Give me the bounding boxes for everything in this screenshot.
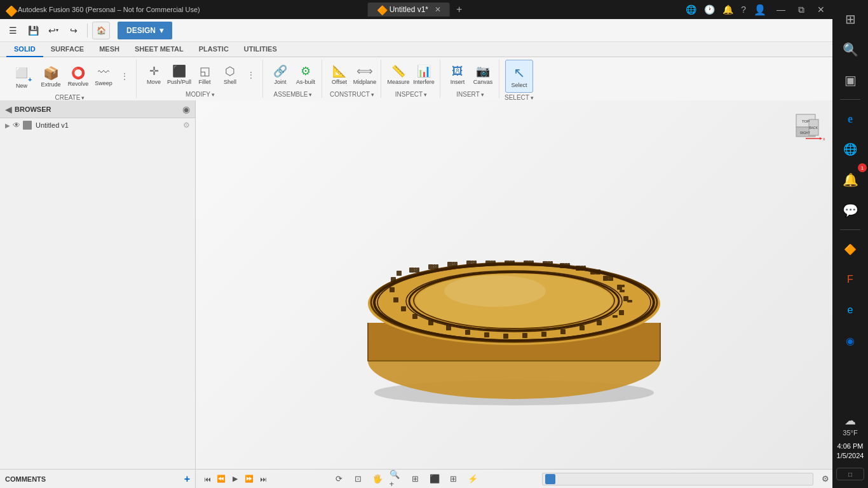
chrome-button[interactable]: 🌐	[836, 135, 864, 163]
tab-surface-label: SURFACE	[51, 45, 85, 53]
inspect-dropdown-icon[interactable]: ▾	[424, 92, 427, 98]
view-gizmo[interactable]: TOP RIGHT BACK x	[787, 108, 825, 146]
save-button[interactable]: 💾	[24, 22, 42, 39]
prev-button[interactable]: ⏪	[215, 473, 227, 485]
pushpull-button[interactable]: ⬛ Push/Pull	[167, 61, 191, 89]
insert-decal-button[interactable]: 🖼 Insert	[445, 61, 470, 89]
svg-rect-59	[619, 310, 624, 315]
sweep-button[interactable]: 〰 Sweep	[92, 62, 116, 90]
interference-button[interactable]: 📊 Interfere	[412, 61, 436, 89]
svg-rect-64	[541, 332, 546, 337]
joint-button[interactable]: 🔗 Joint	[268, 61, 292, 89]
maximize-button[interactable]: ⧉	[796, 3, 807, 17]
browser-settings-icon[interactable]: ◉	[182, 104, 190, 114]
sidebar-right2[interactable]: e	[836, 296, 864, 324]
fusion-app-button[interactable]: 🔶	[836, 235, 864, 263]
revolve-button[interactable]: ⭕ Revolve	[66, 62, 90, 90]
select-button[interactable]: ↖ Select	[505, 60, 533, 93]
taskview-icon: ▣	[844, 72, 857, 88]
timeline-playhead[interactable]	[545, 474, 555, 484]
svg-rect-68	[465, 330, 470, 335]
home-button[interactable]: 🏠	[92, 22, 110, 39]
browser-collapse-button[interactable]: ◀	[5, 104, 12, 114]
tab-surface[interactable]: SURFACE	[43, 42, 92, 57]
visibility-eye-icon[interactable]: 👁	[13, 121, 20, 130]
new-tab-btn[interactable]: +	[454, 4, 465, 15]
search-icon: 🔍	[843, 42, 858, 57]
timeline-settings-button[interactable]: ⚙	[818, 472, 832, 486]
modify-more-button[interactable]: ⋮	[243, 61, 259, 89]
forward-button[interactable]: ⏭	[257, 473, 269, 485]
prev-icon: ⏪	[217, 475, 226, 483]
zoom-window-button[interactable]: ⊞	[408, 472, 423, 486]
taskview-button[interactable]: ▣	[836, 66, 864, 94]
asbuilt-button[interactable]: ⚙ As-built	[294, 61, 318, 89]
snap-button[interactable]: ⚡	[465, 472, 480, 486]
interference-icon: 📊	[417, 64, 431, 78]
create-more-button[interactable]: ⋮	[117, 62, 132, 90]
play-button[interactable]: ▶	[229, 473, 241, 485]
move-label: Move	[147, 79, 161, 85]
move-button[interactable]: ✛ Move	[142, 61, 166, 89]
add-comment-button[interactable]: +	[184, 473, 190, 485]
display-mode-button[interactable]: ⬛	[427, 472, 442, 486]
fillet-button[interactable]: ◱ Fillet	[193, 61, 217, 89]
tab-solid[interactable]: SOLID	[6, 42, 43, 57]
search-button[interactable]: 🔍	[836, 36, 864, 64]
move-icon: ✛	[149, 64, 159, 78]
insert-dropdown-icon[interactable]: ▾	[481, 92, 484, 98]
nav-back-icon[interactable]: 🌐	[686, 4, 696, 15]
zoom-button[interactable]: 🔍+	[389, 472, 404, 486]
joint-icon: 🔗	[273, 64, 287, 78]
settings-gear-icon: ⚙	[822, 474, 829, 484]
start-button[interactable]: ⊞	[836, 5, 864, 33]
measure-button[interactable]: 📏 Measure	[386, 61, 410, 89]
viewport[interactable]: TOP RIGHT BACK x	[196, 100, 832, 469]
grid-button[interactable]: ⊞	[446, 472, 461, 486]
minimize-button[interactable]: —	[774, 3, 788, 16]
timeline-track[interactable]	[542, 473, 813, 485]
extrude-button[interactable]: 📦 Extrude	[37, 60, 65, 93]
assemble-dropdown-icon[interactable]: ▾	[309, 92, 312, 98]
tab-close-icon[interactable]: ✕	[435, 5, 441, 14]
design-dropdown-button[interactable]: DESIGN ▾	[118, 22, 172, 39]
history-icon[interactable]: 🕐	[704, 4, 715, 15]
chat-button[interactable]: 💬	[836, 196, 864, 224]
create-dropdown-icon[interactable]: ▾	[81, 95, 85, 101]
active-tab[interactable]: 🔶 Untitled v1* ✕	[368, 3, 450, 17]
fit-button[interactable]: ⊡	[351, 472, 366, 486]
show-desktop-button[interactable]: □	[836, 468, 864, 480]
tab-utilities[interactable]: UTILITIES	[236, 42, 285, 57]
tab-plastic[interactable]: PLASTIC	[191, 42, 236, 57]
rewind-button[interactable]: ⏮	[201, 473, 214, 485]
next-button[interactable]: ⏩	[243, 473, 255, 485]
model-svg	[330, 158, 698, 412]
notify-icon[interactable]: 🔔	[722, 4, 733, 15]
tab-mesh[interactable]: MESH	[92, 42, 127, 57]
menu-button[interactable]: ☰	[4, 22, 22, 39]
close-button[interactable]: ✕	[815, 3, 827, 16]
offset-plane-button[interactable]: 📐 Offset	[327, 61, 351, 89]
modify-dropdown-icon[interactable]: ▾	[212, 92, 215, 98]
svg-rect-9	[417, 268, 419, 273]
shell-button[interactable]: ⬡ Shell	[218, 61, 242, 89]
select-dropdown-icon[interactable]: ▾	[531, 95, 534, 101]
sidebar-right3[interactable]: ◉	[836, 327, 864, 355]
orbit-button[interactable]: ⟳	[332, 472, 347, 486]
browser-item-settings-icon[interactable]: ⚙	[183, 121, 190, 130]
notifications-button[interactable]: 🔔 1	[836, 166, 864, 194]
new-component-button[interactable]: ⬜ + New	[8, 60, 36, 93]
redo-button[interactable]: ↪	[65, 22, 83, 39]
midplane-button[interactable]: ⟺ Midplane	[353, 61, 377, 89]
tab-sheet-metal[interactable]: SHEET METAL	[127, 42, 191, 57]
construct-dropdown-icon[interactable]: ▾	[371, 92, 374, 98]
user-icon[interactable]: 👤	[754, 4, 766, 16]
browser-root-item[interactable]: ▶ 👁 Untitled v1 ⚙	[0, 118, 195, 132]
undo-button[interactable]: ↩ ▾	[44, 22, 62, 39]
edge-button[interactable]: e	[836, 105, 864, 133]
sidebar-right1[interactable]: F	[836, 266, 864, 294]
pan-button[interactable]: 🖐	[370, 472, 385, 486]
time: 4:06 PM	[837, 442, 864, 451]
help-icon[interactable]: ?	[741, 4, 746, 15]
canvas-button[interactable]: 📷 Canvas	[471, 61, 495, 89]
